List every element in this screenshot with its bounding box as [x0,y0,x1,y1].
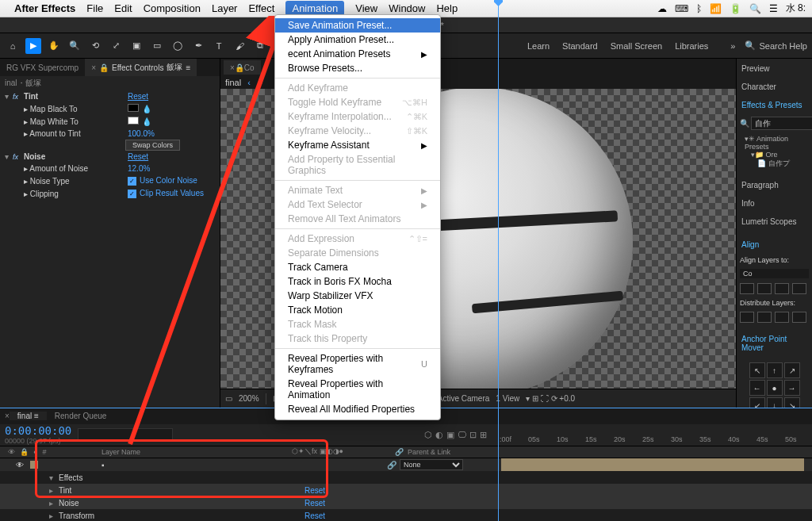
orbit-tool[interactable]: ⟲ [87,38,103,54]
panel-preview[interactable]: Preview [740,62,809,75]
zoom-tool[interactable]: 🔍 [67,38,82,54]
panel-character[interactable]: Character [740,80,809,94]
align-target[interactable]: Co [740,269,809,278]
anchor-tool[interactable]: ▣ [128,38,144,54]
checkbox[interactable]: ✓ [128,177,136,186]
lock-icon[interactable]: 🔒 [99,63,109,72]
effect-name[interactable]: Tint [24,92,128,101]
menu-item-warp-stabilizer-vfx[interactable]: Warp Stabilizer VFX [275,289,440,303]
panel-info[interactable]: Info [740,197,809,210]
zoom-level[interactable]: 200% [239,394,259,403]
panel-anchor[interactable]: Anchor Point Mover [740,332,809,354]
reset-link[interactable]: Reset [304,499,336,508]
menu-item-ecent-animation-presets[interactable]: ecent Animation Presets▶ [275,47,440,61]
lock-col-icon[interactable]: 🔒 [20,448,29,456]
close-icon[interactable]: × [91,63,96,72]
align-icons[interactable] [740,283,809,294]
prop-value[interactable]: 100.0% [128,129,215,138]
anchor-grid[interactable]: ↖↑↗ ←●→ ↙↓↘ [749,362,800,408]
magnify-icon[interactable]: ▭ [225,394,232,403]
color-swatch[interactable] [128,104,139,112]
nav-back-icon[interactable]: ‹ [244,78,254,87]
reset-link[interactable]: Reset [128,92,215,101]
menu-composition[interactable]: Composition [144,2,201,14]
view-count[interactable]: 1 View [496,394,519,403]
tab-supercomp[interactable]: RG VFX Supercomp [0,59,85,76]
prop-value[interactable]: 12.0% [128,164,215,173]
workspace-learn[interactable]: Learn [527,41,550,51]
prop-name[interactable]: ▸ Clipping [24,190,128,198]
prop-name[interactable]: ▸ Amount of Noise [24,164,128,173]
menu-item-reveal-all-modified-properties[interactable]: Reveal All Modified Properties [275,402,440,416]
eye-icon[interactable]: 👁 [8,448,15,456]
menu-file[interactable]: File [86,2,103,14]
menu-effect[interactable]: Effect [248,2,274,14]
menu-item-save-animation-preset[interactable]: Save Animation Preset... [275,18,440,33]
reset-link[interactable]: Reset [128,152,215,161]
reset-link[interactable]: Reset [304,486,336,495]
workspace-small-screen[interactable]: Small Screen [611,41,662,51]
help-search[interactable]: 🔍 Search Help [745,40,807,51]
chevrons-icon[interactable]: » [730,41,735,51]
preset-tree[interactable]: ▾✳ Animation Presets ▾📁 Ore 📄 自作プ [740,135,809,169]
panel-paragraph[interactable]: Paragraph [740,178,809,192]
layer-bar[interactable] [501,458,804,471]
home-icon[interactable]: ⌂ [5,38,21,54]
clone-tool[interactable]: ⧉ [252,38,268,54]
menu-item-apply-animation-preset[interactable]: Apply Animation Preset... [275,33,440,47]
rotate-tool[interactable]: ⤢ [108,38,124,54]
eyedropper-icon[interactable]: 💧 [142,117,151,126]
menu-window[interactable]: Window [389,2,425,14]
menu-edit[interactable]: Edit [114,2,132,14]
ellipse-tool[interactable]: ◯ [170,38,186,54]
clock[interactable]: 水 8: [786,2,806,15]
comp-tab[interactable]: × 🔒 Co [224,60,261,75]
swap-colors-button[interactable]: Swap Colors [125,140,180,151]
type-tool[interactable]: T [211,38,227,54]
menu-item-track-motion[interactable]: Track Motion [275,303,440,317]
checkbox[interactable]: ✓ [128,190,136,198]
menu-item-track-in-boris-fx-mocha[interactable]: Track in Boris FX Mocha [275,274,440,289]
prop-name[interactable]: ▸ Noise Type [24,177,128,186]
prop-name[interactable]: ▸ Amount to Tint [24,129,128,138]
pen-tool[interactable]: ✒ [190,38,206,54]
reset-link[interactable]: Reset [304,511,336,520]
menu-view[interactable]: View [355,2,377,14]
effect-name[interactable]: Noise [24,152,128,161]
timeline-search[interactable] [78,428,173,442]
current-timecode[interactable]: 0:00:00:00 [5,424,71,437]
camera-sel[interactable]: Active Camera [438,394,490,403]
brush-tool[interactable]: 🖌 [232,38,247,54]
prop-name[interactable]: ▸ Map Black To [24,105,128,113]
prop-name[interactable]: ▸ Map White To [24,117,128,126]
preset-search-input[interactable] [751,117,812,130]
search-icon[interactable]: 🔍 [749,3,761,14]
menu-item-reveal-properties-with-keyframes[interactable]: Reveal Properties with KeyframesU [275,351,440,377]
workspace-standard[interactable]: Standard [562,41,598,51]
col-switches[interactable]: ⬡✦＼fx ▣◐◑● [292,446,395,457]
comp-subtab[interactable]: final [225,78,241,87]
shape-tool[interactable]: ▭ [149,38,165,54]
menu-help[interactable]: Help [436,2,458,14]
menu-item-keyframe-assistant[interactable]: Keyframe Assistant▶ [275,138,440,152]
parent-select[interactable]: None [400,459,463,470]
control-center-icon[interactable]: ☰ [769,3,778,14]
color-swatch[interactable] [128,117,139,125]
timeline-tab-render[interactable]: Render Queue [47,412,115,420]
eyedropper-icon[interactable]: 💧 [142,105,151,113]
panel-lumetri[interactable]: Lumetri Scopes [740,215,809,228]
menu-item-track-camera[interactable]: Track Camera [275,260,440,274]
distribute-icons[interactable] [740,312,809,323]
timeline-tab-comp[interactable]: final ≡ [10,412,47,420]
workspace-libraries[interactable]: Libraries [675,41,708,51]
col-layer-name[interactable]: Layer Name [102,448,292,456]
tab-effect-controls[interactable]: × 🔒 Effect Controls 飯塚 ≡ [85,59,197,76]
view-opts[interactable]: ▾ ⊞ ⛶ ⟳ +0.0 [526,394,575,403]
menu-item-reveal-properties-with-animation[interactable]: Reveal Properties with Animation [275,377,440,402]
time-ruler[interactable]: :00f05s10s15s20s25s30s35s40s45s50s [492,424,812,446]
menu-item-browse-presets[interactable]: Browse Presets... [275,61,440,75]
hand-tool[interactable]: ✋ [46,38,62,54]
menu-layer[interactable]: Layer [212,2,238,14]
nav-fwd-icon[interactable]: › [257,78,266,87]
panel-align[interactable]: Align [740,238,809,251]
